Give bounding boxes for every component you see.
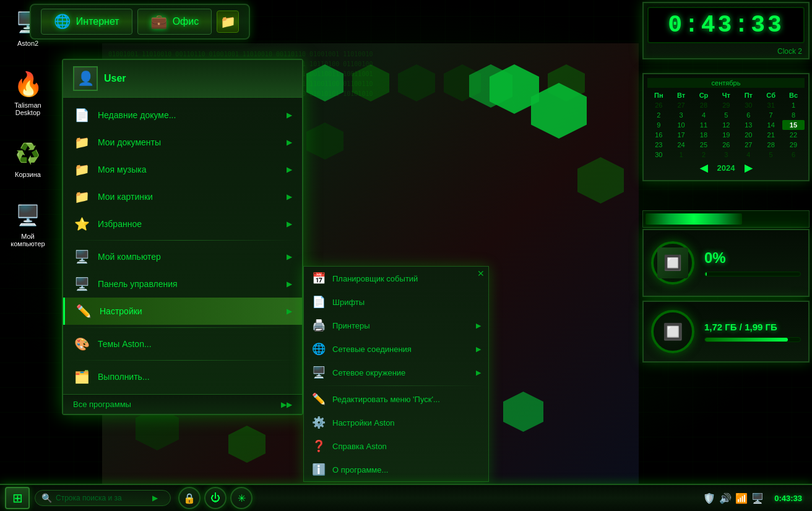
menu-item-recent-docs[interactable]: 📄 Недавние докуме... ▶ xyxy=(63,101,302,129)
submenu-item-aston-help[interactable]: ❓ Справка Aston xyxy=(304,434,488,458)
power-btn[interactable]: ⏻ xyxy=(204,487,227,509)
calendar-day[interactable]: 24 xyxy=(670,140,693,150)
calendar-day[interactable]: 13 xyxy=(737,120,759,130)
calendar-day[interactable]: 11 xyxy=(693,120,715,130)
search-icon: 🔍 xyxy=(41,493,52,503)
internet-tab[interactable]: 🌐 Интернет xyxy=(41,9,132,35)
calendar-day[interactable]: 29 xyxy=(715,100,737,110)
submenu-item-edit-start[interactable]: ✏️ Редактировать меню 'Пуск'... xyxy=(304,387,488,411)
calendar-day[interactable]: 6 xyxy=(782,150,805,160)
calendar-day[interactable]: 8 xyxy=(782,110,805,120)
start-button[interactable]: ⊞ xyxy=(5,487,30,509)
lock-btn[interactable]: 🔒 xyxy=(178,487,201,509)
menu-item-my-images[interactable]: 📁 Мои картинки ▶ xyxy=(63,183,302,210)
calendar-day[interactable]: 2 xyxy=(647,110,670,120)
cal-next-btn[interactable]: ▶ xyxy=(745,162,752,174)
cal-prev-btn[interactable]: ◀ xyxy=(700,162,707,174)
calendar-day[interactable]: 6 xyxy=(737,110,759,120)
cpu-bar xyxy=(704,272,801,277)
add-tab-button[interactable]: 📁 xyxy=(217,11,239,33)
my-images-arrow: ▶ xyxy=(287,192,292,201)
network-env-arrow: ▶ xyxy=(476,369,481,377)
calendar-day[interactable]: 7 xyxy=(759,110,782,120)
calendar-day[interactable]: 19 xyxy=(715,130,737,140)
mycomp-label: Мой компьютер xyxy=(98,252,161,262)
search-arrow[interactable]: ▶ xyxy=(152,494,158,502)
calendar-day[interactable]: 16 xyxy=(647,130,670,140)
search-input[interactable] xyxy=(56,494,149,502)
submenu-close-btn[interactable]: ✕ xyxy=(477,269,485,278)
internet-label: Интернет xyxy=(76,16,119,27)
help-btn[interactable]: ✳ xyxy=(230,487,253,509)
calendar-day[interactable]: 23 xyxy=(647,140,670,150)
fonts-label: Шрифты xyxy=(332,298,365,307)
my-images-icon: 📁 xyxy=(73,188,90,205)
start-menu-footer[interactable]: Все программы ▶▶ xyxy=(63,394,302,414)
calendar-day[interactable]: 30 xyxy=(737,100,759,110)
menu-item-settings[interactable]: ✏️ Настройки ▶ xyxy=(63,298,302,325)
calendar-day[interactable]: 28 xyxy=(693,100,715,110)
menu-item-my-docs[interactable]: 📁 Мои документы ▶ xyxy=(63,129,302,156)
desktop-icon-mycomputer[interactable]: 🖥️ Мойкомпьютер xyxy=(5,198,51,250)
calendar-day[interactable]: 31 xyxy=(759,100,782,110)
printers-arrow: ▶ xyxy=(476,322,481,330)
calendar-day[interactable]: 29 xyxy=(782,140,805,150)
submenu-item-network-env[interactable]: 🖥️ Сетевое окружение ▶ xyxy=(304,361,488,384)
calendar-day[interactable]: 5 xyxy=(759,150,782,160)
menu-item-control-panel[interactable]: 🖥️ Панель управления ▶ xyxy=(63,270,302,298)
settings-submenu: ✕ 📅 Планировщик событий 📄 Шрифты 🖨️ Прин… xyxy=(303,266,489,482)
calendar-day[interactable]: 21 xyxy=(759,130,782,140)
network-connections-arrow: ▶ xyxy=(476,345,481,353)
aston-settings-label: Настройки Aston xyxy=(332,418,395,427)
submenu-item-network-connections[interactable]: 🌐 Сетевые соединения ▶ xyxy=(304,337,488,361)
office-tab[interactable]: 💼 Офис xyxy=(137,9,212,35)
calendar-day[interactable]: 12 xyxy=(715,120,737,130)
cal-day-fri: Пт xyxy=(737,90,759,100)
cpu-percent: 0% xyxy=(704,249,801,267)
calendar-day[interactable]: 3 xyxy=(670,110,693,120)
calendar-day[interactable]: 18 xyxy=(693,130,715,140)
calendar-day[interactable]: 26 xyxy=(647,100,670,110)
search-bar: 🔍 ▶ xyxy=(35,490,171,506)
tray-shield-icon[interactable]: 🛡️ xyxy=(702,491,716,505)
menu-item-run[interactable]: 🗂️ Выполнить... xyxy=(63,363,302,390)
submenu-item-aston-settings[interactable]: ⚙️ Настройки Aston xyxy=(304,411,488,434)
calendar-day[interactable]: 5 xyxy=(715,110,737,120)
menu-item-my-music[interactable]: 📁 Моя музыка ▶ xyxy=(63,156,302,183)
calendar-day[interactable]: 26 xyxy=(715,140,737,150)
calendar-day[interactable]: 27 xyxy=(670,100,693,110)
calendar-day[interactable]: 1 xyxy=(670,150,693,160)
calendar-day[interactable]: 28 xyxy=(759,140,782,150)
calendar-day[interactable]: 20 xyxy=(737,130,759,140)
menu-item-mycomputer[interactable]: 🖥️ Мой компьютер ▶ xyxy=(63,243,302,270)
all-programs-label: Все программы xyxy=(73,400,131,409)
calendar-day[interactable]: 9 xyxy=(647,120,670,130)
calendar-day[interactable]: 2 xyxy=(693,150,715,160)
menu-item-favorites[interactable]: ⭐ Избранное ▶ xyxy=(63,210,302,238)
calendar-day[interactable]: 10 xyxy=(670,120,693,130)
ram-widget: 🔲 1,72 ГБ / 1,99 ГБ xyxy=(642,301,810,363)
clock-label: Clock 2 xyxy=(644,47,808,58)
tray-sound-icon[interactable]: 🔊 xyxy=(719,491,732,505)
cal-day-tue: Вт xyxy=(670,90,693,100)
desktop-icon-korzina[interactable]: ♻️ Корзина xyxy=(5,136,51,181)
tray-network-icon[interactable]: 📶 xyxy=(735,491,748,505)
calendar-day[interactable]: 3 xyxy=(715,150,737,160)
calendar-day[interactable]: 1 xyxy=(782,100,805,110)
calendar-day[interactable]: 14 xyxy=(759,120,782,130)
menu-item-aston-themes[interactable]: 🎨 Темы Aston... xyxy=(63,330,302,358)
calendar-day[interactable]: 27 xyxy=(737,140,759,150)
calendar-day[interactable]: 25 xyxy=(693,140,715,150)
submenu-item-printers[interactable]: 🖨️ Принтеры ▶ xyxy=(304,314,488,337)
desktop-icon-talisman[interactable]: 🔥 TalismanDesktop xyxy=(5,67,51,119)
submenu-item-task-scheduler[interactable]: 📅 Планировщик событий xyxy=(304,267,488,290)
calendar-day[interactable]: 17 xyxy=(670,130,693,140)
submenu-item-fonts[interactable]: 📄 Шрифты xyxy=(304,290,488,314)
submenu-item-about[interactable]: ℹ️ О программе... xyxy=(304,458,488,481)
calendar-day[interactable]: 22 xyxy=(782,130,805,140)
calendar-day[interactable]: 4 xyxy=(737,150,759,160)
tray-display-icon[interactable]: 🖥️ xyxy=(751,491,764,505)
calendar-day[interactable]: 30 xyxy=(647,150,670,160)
calendar-day[interactable]: 15 xyxy=(782,120,805,130)
calendar-day[interactable]: 4 xyxy=(693,110,715,120)
